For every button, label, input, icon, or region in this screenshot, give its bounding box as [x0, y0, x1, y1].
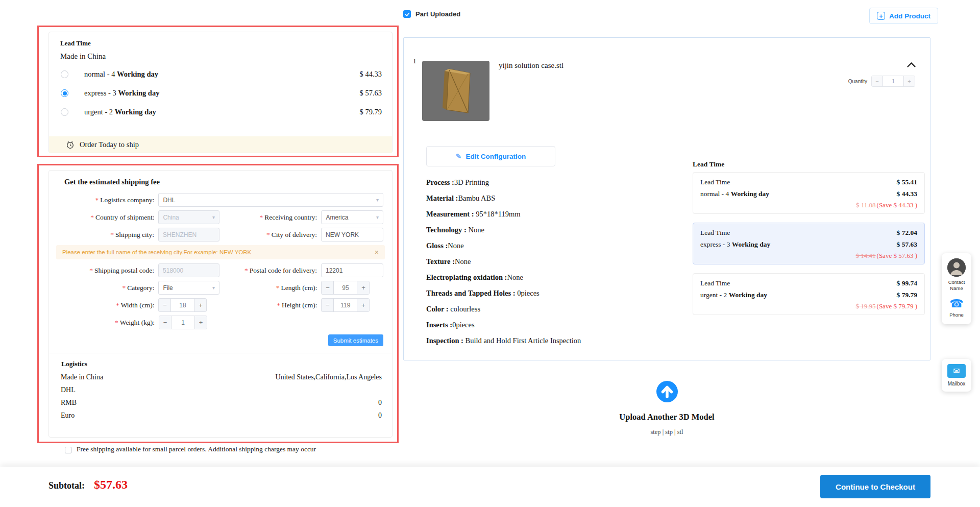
chevron-down-icon: ▾: [212, 285, 215, 291]
increase-button[interactable]: +: [194, 299, 206, 311]
original-price: $ 14.41: [856, 252, 876, 260]
shipping-city-input[interactable]: [158, 228, 219, 242]
spec-value: colourless: [450, 305, 480, 313]
subtotal-value: $57.63: [94, 478, 128, 492]
lead-card-express[interactable]: Lead Time$ 72.04 express - 3 Working day…: [693, 223, 925, 264]
spec-value: 3D Printing: [454, 178, 489, 186]
length-stepper[interactable]: − 95 +: [321, 281, 370, 295]
country-of-shipment-select[interactable]: China ▾: [158, 210, 219, 224]
logistics-destination: United States,California,Los Angeles: [276, 373, 382, 381]
spec-label: Measurement :: [426, 210, 476, 218]
phone-icon[interactable]: ☎: [949, 298, 963, 309]
contact-label[interactable]: Contact Name: [943, 279, 970, 292]
spec-label: Texture :: [426, 257, 455, 265]
mailbox-icon: ✉: [947, 364, 966, 378]
radio-checked[interactable]: [61, 89, 68, 97]
spec-label: Threads and Tapped Holes :: [426, 289, 517, 297]
city-of-delivery-label: *City of delivery:: [219, 231, 321, 239]
original-price: $ 11.08: [856, 201, 876, 209]
height-stepper[interactable]: − 119 +: [321, 298, 370, 312]
radio-unchecked[interactable]: [61, 70, 68, 78]
upload-another-model[interactable]: Upload Another 3D Model step | stp | stl: [403, 380, 930, 436]
required-asterisk: *: [115, 319, 118, 326]
quantity-stepper[interactable]: − 1 +: [871, 76, 915, 87]
width-value: 18: [171, 299, 194, 311]
avatar[interactable]: [947, 258, 966, 277]
order-today-label: Order Today to ship: [80, 140, 139, 149]
collapse-chevron-up-icon[interactable]: [907, 60, 916, 69]
submit-estimates-button[interactable]: Submit estimates: [328, 334, 383, 346]
country-of-shipment-label: *Country of shipment:: [69, 213, 158, 222]
increase-button[interactable]: +: [357, 299, 369, 311]
pencil-icon: ✎: [456, 152, 462, 161]
edit-configuration-button[interactable]: ✎ Edit Configuration: [426, 146, 555, 166]
required-asterisk: *: [95, 196, 99, 204]
spec-value: 95*18*119mm: [476, 210, 520, 218]
increase-button[interactable]: +: [903, 76, 915, 86]
required-asterisk: *: [90, 213, 94, 221]
form-row: *Width (cm): − 18 + *Height (cm): − 119 …: [69, 298, 383, 312]
spec-label: Electroplating oxidation :: [426, 273, 507, 281]
increase-button[interactable]: +: [194, 316, 207, 329]
part-uploaded-checkbox[interactable]: [403, 10, 411, 18]
increase-button[interactable]: +: [357, 281, 369, 294]
shipping-postal-input[interactable]: [158, 263, 219, 277]
shipping-postal-label: *Shipping postal code:: [69, 267, 158, 275]
delivery-postal-input[interactable]: [321, 263, 383, 277]
spec-label: Gloss :: [426, 242, 448, 250]
spec-row: Color : colourless: [426, 301, 676, 317]
lead-time-title: Lead Time: [60, 39, 392, 47]
lead-option-express[interactable]: express - 3 Working day $ 57.63: [49, 84, 392, 103]
edit-configuration-label: Edit Configuration: [466, 153, 526, 160]
add-product-label: Add Product: [889, 12, 930, 20]
decrease-button[interactable]: −: [159, 316, 172, 329]
decrease-button[interactable]: −: [322, 281, 334, 294]
select-value: DHL: [163, 197, 175, 204]
required-asterisk: *: [122, 284, 126, 292]
mailbox-widget[interactable]: ✉ Mailbox: [942, 359, 971, 392]
product-index: 1: [413, 57, 416, 65]
decrease-button[interactable]: −: [872, 76, 883, 86]
model-thumbnail[interactable]: [422, 61, 489, 121]
logistics-origin: Made in China: [61, 373, 103, 381]
continue-to-checkout-button[interactable]: Continue to Checkout: [820, 475, 930, 498]
spec-row: Inserts :0pieces: [426, 317, 676, 333]
lead-time-panel: Lead Time Made in China normal - 4 Worki…: [48, 32, 393, 153]
subtotal-label: Subtotal:: [48, 480, 85, 491]
save-amount: (Save $ 79.79 ): [877, 302, 917, 310]
category-select[interactable]: File ▾: [158, 281, 219, 295]
select-value: America: [326, 214, 348, 221]
lead-option-normal[interactable]: normal - 4 Working day $ 44.33: [49, 65, 392, 84]
width-stepper[interactable]: − 18 +: [158, 298, 207, 312]
lead-card-normal[interactable]: Lead Time$ 55.41 normal - 4 Working day$…: [693, 172, 925, 214]
model-preview-render: [422, 61, 489, 121]
logistics-row: Made in China United States,California,L…: [61, 373, 382, 381]
height-label: *Height (cm):: [219, 301, 321, 309]
contact-widget: Contact Name ☎ Phone: [942, 253, 971, 324]
logistics-amount: 0: [378, 412, 382, 420]
spec-row: Material :Bambu ABS: [426, 190, 676, 206]
lead-card-urgent[interactable]: Lead Time$ 99.74 urgent - 2 Working day$…: [693, 273, 925, 315]
phone-label[interactable]: Phone: [949, 312, 963, 318]
required-asterisk: *: [277, 301, 280, 309]
decrease-button[interactable]: −: [322, 299, 334, 311]
quantity-control: Quantity − 1 +: [848, 76, 915, 87]
spec-row: Measurement : 95*18*119mm: [426, 206, 676, 222]
add-product-button[interactable]: + Add Product: [869, 8, 938, 24]
spec-row: Gloss :None: [426, 238, 676, 254]
length-label: *Length (cm):: [219, 284, 321, 292]
receiving-country-select[interactable]: America ▾: [321, 210, 383, 224]
lead-option-urgent[interactable]: urgent - 2 Working day $ 79.79: [49, 103, 392, 122]
spec-value: None: [448, 242, 463, 250]
city-warning-banner: Please enter the full name of the receiv…: [56, 245, 385, 259]
city-of-delivery-input[interactable]: [321, 228, 383, 242]
decrease-button[interactable]: −: [159, 299, 171, 311]
radio-unchecked[interactable]: [61, 108, 68, 116]
divider: [49, 353, 392, 353]
logistics-company-select[interactable]: DHL ▾: [158, 193, 383, 207]
weight-stepper[interactable]: − 1 +: [159, 316, 207, 329]
close-icon[interactable]: ×: [375, 248, 379, 256]
category-label: *Category:: [69, 284, 158, 292]
chevron-down-icon: ▾: [376, 214, 379, 220]
free-shipping-checkbox[interactable]: [65, 447, 71, 453]
